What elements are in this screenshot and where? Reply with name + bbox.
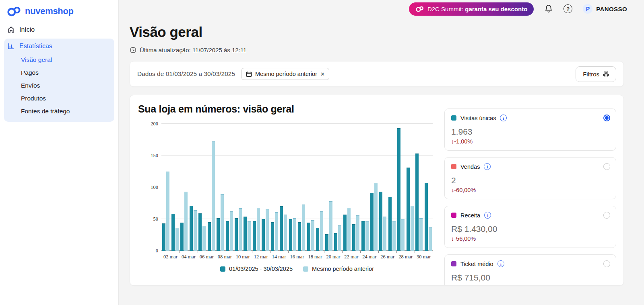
bar-01-03-2025-30-03-2025-27-mar[interactable] [397,128,400,251]
bar-01-03-2025-30-03-2025-03-mar[interactable] [180,223,184,251]
metric-radio[interactable] [603,115,610,121]
notifications-bell-icon[interactable] [544,4,553,14]
bar-01-03-2025-30-03-2025-13-mar[interactable] [271,222,274,251]
bar-mesmo-periodo-anterior-21-mar[interactable] [347,208,351,251]
bar-01-03-2025-30-03-2025-02-mar[interactable] [171,214,175,251]
legend-item-01-03-2025-30-03-2025[interactable]: 01/03/2025 - 30/03/2025 [220,266,293,272]
info-icon[interactable]: i [500,115,507,121]
sidebar-item-estatisticas[interactable]: Estatísticas [4,39,114,53]
bar-01-03-2025-30-03-2025-11-mar[interactable] [253,221,256,251]
bar-01-03-2025-30-03-2025-24-mar[interactable] [370,193,374,251]
bar-01-03-2025-30-03-2025-26-mar[interactable] [388,197,392,251]
metric-delta-value: -1,00% [454,138,473,145]
page-title: Visão geral [130,24,624,40]
bar-group-26-mar [388,197,396,251]
help-icon[interactable]: ? [564,4,572,13]
metric-card-receita: ReceitaiR$ 1.430,00↓-56,00% [444,206,616,248]
bar-01-03-2025-30-03-2025-17-mar[interactable] [307,223,310,251]
bar-01-03-2025-30-03-2025-07-mar[interactable] [217,218,220,251]
sidebar-item-envios[interactable]: Envíos [4,79,114,92]
bar-mesmo-periodo-anterior-28-mar[interactable] [411,206,414,251]
sidebar-item-fontes-de-trafego[interactable]: Fontes de tráfego [4,105,114,118]
bar-mesmo-periodo-anterior-06-mar[interactable] [212,141,215,251]
bar-mesmo-periodo-anterior-14-mar[interactable] [284,215,287,251]
bar-01-03-2025-30-03-2025-01-mar[interactable] [162,223,165,251]
bar-mesmo-periodo-anterior-27-mar[interactable] [401,219,405,251]
bar-01-03-2025-30-03-2025-29-mar[interactable] [415,154,419,251]
metric-radio[interactable] [603,212,610,219]
info-icon[interactable]: i [497,260,504,267]
metric-radio[interactable] [603,163,610,170]
bar-01-03-2025-30-03-2025-06-mar[interactable] [208,222,211,251]
bar-01-03-2025-30-03-2025-16-mar[interactable] [298,222,301,251]
x-axis-ticks [161,251,433,253]
bar-01-03-2025-30-03-2025-19-mar[interactable] [325,234,328,251]
sidebar-item-inicio[interactable]: Início [4,22,114,37]
bar-mesmo-periodo-anterior-12-mar[interactable] [266,209,269,251]
bar-mesmo-periodo-anterior-09-mar[interactable] [239,208,242,251]
x-tick [180,251,180,253]
legend-swatch [303,266,308,272]
bar-01-03-2025-30-03-2025-18-mar[interactable] [316,228,319,251]
sidebar-item-visao-geral[interactable]: Visão geral [4,53,114,66]
bar-mesmo-periodo-anterior-05-mar[interactable] [202,226,206,251]
bar-01-03-2025-30-03-2025-28-mar[interactable] [407,168,410,251]
x-tick-label: 26 mar [378,254,396,260]
bar-mesmo-periodo-anterior-02-mar[interactable] [175,228,179,251]
bar-01-03-2025-30-03-2025-15-mar[interactable] [289,219,292,251]
main-content: Visão geral Última atualização: 11/07/20… [119,18,644,305]
bar-mesmo-periodo-anterior-29-mar[interactable] [419,218,423,251]
bar-01-03-2025-30-03-2025-30-mar[interactable] [425,183,428,251]
d2c-summit-banner[interactable]: D2C Summit: garanta seu desconto [409,2,534,16]
bar-mesmo-periodo-anterior-01-mar[interactable] [166,172,169,251]
bar-01-03-2025-30-03-2025-04-mar[interactable] [190,206,193,251]
x-tick-label: 04 mar [180,254,198,260]
bar-mesmo-periodo-anterior-11-mar[interactable] [257,208,260,251]
nuvemshop-cloud-icon [6,6,22,16]
bar-mesmo-periodo-anterior-07-mar[interactable] [221,194,224,251]
bar-01-03-2025-30-03-2025-20-mar[interactable] [334,233,337,251]
bar-mesmo-periodo-anterior-20-mar[interactable] [338,225,341,251]
bar-mesmo-periodo-anterior-30-mar[interactable] [429,227,432,251]
bar-mesmo-periodo-anterior-04-mar[interactable] [194,210,197,251]
bar-01-03-2025-30-03-2025-14-mar[interactable] [280,206,283,251]
bar-01-03-2025-30-03-2025-25-mar[interactable] [379,192,382,251]
bar-chart-icon [7,42,15,50]
sidebar-item-produtos[interactable]: Produtos [4,92,114,105]
bar-01-03-2025-30-03-2025-21-mar[interactable] [343,215,347,251]
info-icon[interactable]: i [484,163,491,170]
close-icon[interactable]: ✕ [320,71,325,77]
sidebar-item-pagos[interactable]: Pagos [4,66,114,79]
nuvemshop-logo[interactable]: nuvemshop [4,4,114,22]
bar-mesmo-periodo-anterior-23-mar[interactable] [365,221,369,251]
bar-01-03-2025-30-03-2025-05-mar[interactable] [198,213,202,251]
metric-radio[interactable] [603,260,610,267]
bar-01-03-2025-30-03-2025-08-mar[interactable] [226,221,229,251]
bar-mesmo-periodo-anterior-26-mar[interactable] [392,221,396,251]
date-range-text: Dados de 01/03/2025 a 30/03/2025 [137,70,235,78]
bar-mesmo-periodo-anterior-18-mar[interactable] [320,211,323,251]
bar-mesmo-periodo-anterior-15-mar[interactable] [293,218,296,251]
bar-mesmo-periodo-anterior-19-mar[interactable] [329,201,332,251]
bar-01-03-2025-30-03-2025-23-mar[interactable] [361,221,365,251]
bar-mesmo-periodo-anterior-13-mar[interactable] [275,212,278,251]
account-menu[interactable]: P PANOSSO [583,4,627,14]
bar-01-03-2025-30-03-2025-10-mar[interactable] [244,217,247,251]
bar-mesmo-periodo-anterior-24-mar[interactable] [374,183,378,251]
bar-mesmo-periodo-anterior-16-mar[interactable] [302,205,305,251]
bar-mesmo-periodo-anterior-08-mar[interactable] [230,211,233,251]
bar-01-03-2025-30-03-2025-22-mar[interactable] [352,224,355,251]
comparison-chip[interactable]: Mesmo período anterior ✕ [242,68,329,80]
filters-button[interactable]: Filtros [576,66,616,82]
bar-mesmo-periodo-anterior-22-mar[interactable] [356,215,359,251]
bar-mesmo-periodo-anterior-17-mar[interactable] [311,220,314,251]
bar-mesmo-periodo-anterior-10-mar[interactable] [248,221,251,251]
bar-01-03-2025-30-03-2025-12-mar[interactable] [262,219,265,251]
bar-01-03-2025-30-03-2025-09-mar[interactable] [235,218,238,251]
home-icon [7,26,15,33]
info-icon[interactable]: i [484,212,491,219]
bar-mesmo-periodo-anterior-25-mar[interactable] [383,217,386,251]
legend-item-mesmo-periodo-anterior[interactable]: Mesmo período anterior [303,266,374,272]
bar-mesmo-periodo-anterior-03-mar[interactable] [184,192,188,251]
x-tick [342,251,343,253]
